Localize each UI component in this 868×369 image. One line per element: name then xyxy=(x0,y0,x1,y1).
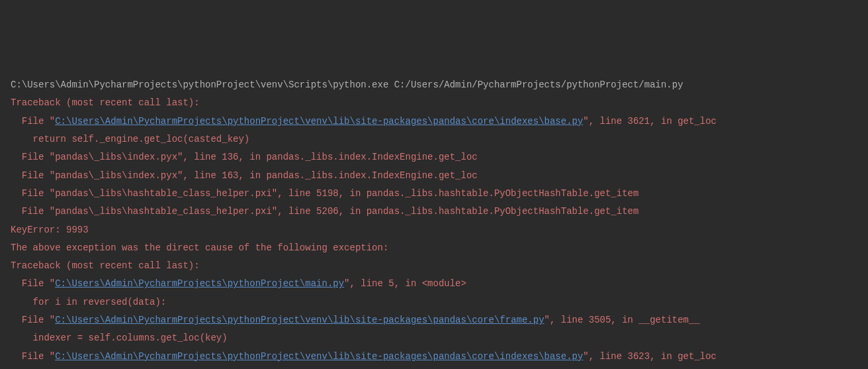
traceback-text: File "pandas\_libs\index.pyx", line 163,… xyxy=(11,170,478,181)
console-line: File "C:\Users\Admin\PycharmProjects\pyt… xyxy=(11,311,857,329)
console-line: indexer = self.columns.get_loc(key) xyxy=(11,329,857,347)
console-line: Traceback (most recent call last): xyxy=(11,94,857,112)
console-line: Traceback (most recent call last): xyxy=(11,257,857,275)
command-line: C:\Users\Admin\PycharmProjects\pythonPro… xyxy=(11,79,683,90)
console-line: File "C:\Users\Admin\PycharmProjects\pyt… xyxy=(11,275,857,293)
console-line: File "pandas\_libs\hashtable_class_helpe… xyxy=(11,203,857,221)
console-line: KeyError: 9993 xyxy=(11,221,857,239)
traceback-text: Traceback (most recent call last): xyxy=(11,260,200,271)
console-line: The above exception was the direct cause… xyxy=(11,239,857,257)
console-line: return self._engine.get_loc(casted_key) xyxy=(11,131,857,148)
traceback-text: Traceback (most recent call last): xyxy=(11,97,200,108)
traceback-text: File " xyxy=(11,351,55,362)
file-path-link[interactable]: C:\Users\Admin\PycharmProjects\pythonPro… xyxy=(55,116,583,127)
console-line: C:\Users\Admin\PycharmProjects\pythonPro… xyxy=(11,76,857,94)
traceback-text: KeyError: 9993 xyxy=(11,225,89,235)
console-output: C:\Users\Admin\PycharmProjects\pythonPro… xyxy=(11,76,857,369)
traceback-text: File "pandas\_libs\index.pyx", line 136,… xyxy=(11,152,478,162)
file-path-link[interactable]: C:\Users\Admin\PycharmProjects\pythonPro… xyxy=(55,351,583,362)
traceback-text: File "pandas\_libs\hashtable_class_helpe… xyxy=(11,206,638,217)
traceback-text: indexer = self.columns.get_loc(key) xyxy=(11,333,228,343)
traceback-text: for i in reversed(data): xyxy=(11,297,166,307)
traceback-text: return self._engine.get_loc(casted_key) xyxy=(11,134,249,144)
traceback-text: File " xyxy=(11,116,55,127)
traceback-text: The above exception was the direct cause… xyxy=(11,242,388,253)
console-line: File "pandas\_libs\hashtable_class_helpe… xyxy=(11,185,857,203)
traceback-text: ", line 5, in <module> xyxy=(344,278,466,289)
console-line: File "C:\Users\Admin\PycharmProjects\pyt… xyxy=(11,348,857,366)
console-line: File "pandas\_libs\index.pyx", line 136,… xyxy=(11,148,857,166)
file-path-link[interactable]: C:\Users\Admin\PycharmProjects\pythonPro… xyxy=(55,315,544,325)
traceback-text: ", line 3505, in __getitem__ xyxy=(544,315,700,325)
console-line: for i in reversed(data): xyxy=(11,293,857,311)
console-line: raise KeyError(key) from err xyxy=(11,366,857,369)
traceback-text: File "pandas\_libs\hashtable_class_helpe… xyxy=(11,188,638,199)
console-line: File "C:\Users\Admin\PycharmProjects\pyt… xyxy=(11,113,857,131)
traceback-text: ", line 3621, in get_loc xyxy=(583,116,716,127)
traceback-text: File " xyxy=(11,278,55,289)
traceback-text: File " xyxy=(11,315,55,325)
console-line: File "pandas\_libs\index.pyx", line 163,… xyxy=(11,167,857,185)
file-path-link[interactable]: C:\Users\Admin\PycharmProjects\pythonPro… xyxy=(55,278,344,289)
traceback-text: ", line 3623, in get_loc xyxy=(583,351,716,362)
